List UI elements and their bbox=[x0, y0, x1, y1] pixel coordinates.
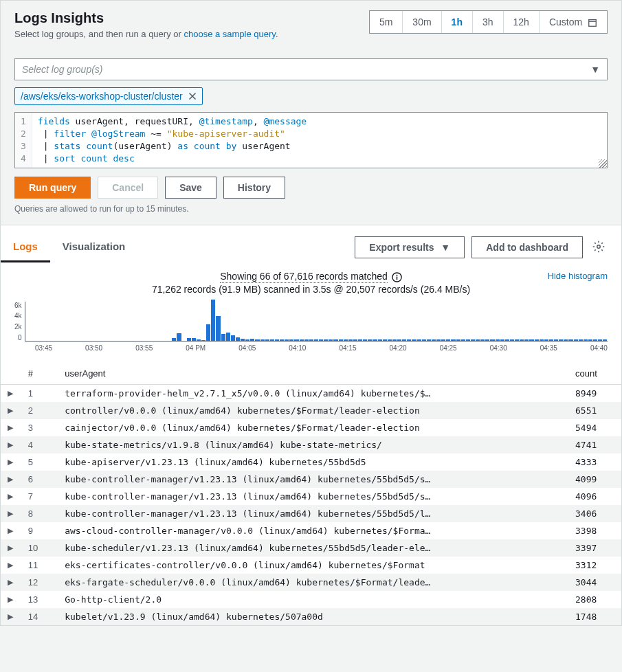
histogram-bar[interactable] bbox=[568, 339, 573, 341]
expand-row-icon[interactable]: ▶ bbox=[1, 471, 21, 488]
run-query-button[interactable]: Run query bbox=[14, 177, 91, 199]
time-range-5m[interactable]: 5m bbox=[370, 11, 403, 33]
histogram-bar[interactable] bbox=[549, 339, 553, 341]
histogram-bar[interactable] bbox=[417, 339, 421, 341]
histogram-bar[interactable] bbox=[496, 339, 500, 341]
histogram-bar[interactable] bbox=[471, 339, 475, 341]
histogram-bar[interactable] bbox=[412, 339, 416, 341]
histogram-bar[interactable] bbox=[275, 339, 279, 341]
table-row[interactable]: ▶14kubelet/v1.23.9 (linux/amd64) kuberne… bbox=[1, 608, 621, 625]
query-editor[interactable]: 1234 fields userAgent, requestURI, @time… bbox=[14, 112, 608, 168]
histogram-bar[interactable] bbox=[304, 339, 309, 341]
histogram-bar[interactable] bbox=[451, 339, 455, 341]
histogram-bar[interactable] bbox=[490, 339, 494, 341]
remove-chip-icon[interactable] bbox=[188, 92, 197, 100]
col-rownum[interactable]: # bbox=[21, 363, 58, 385]
histogram-bar[interactable] bbox=[294, 339, 298, 341]
histogram-bar[interactable] bbox=[510, 339, 514, 341]
hide-histogram-link[interactable]: Hide histogram bbox=[548, 271, 608, 281]
time-range-12h[interactable]: 12h bbox=[504, 11, 540, 33]
histogram-bar[interactable] bbox=[300, 339, 304, 341]
histogram-bar[interactable] bbox=[289, 339, 293, 341]
histogram-bar[interactable] bbox=[231, 335, 235, 341]
settings-button[interactable] bbox=[590, 238, 608, 258]
expand-row-icon[interactable]: ▶ bbox=[1, 384, 21, 402]
histogram-bar[interactable] bbox=[255, 339, 259, 341]
histogram-bar[interactable] bbox=[535, 339, 539, 341]
histogram-bar[interactable] bbox=[270, 339, 274, 341]
histogram-bar[interactable] bbox=[177, 333, 181, 341]
tab-logs[interactable]: Logs bbox=[1, 232, 50, 262]
histogram-bar[interactable] bbox=[515, 339, 519, 341]
histogram-bar[interactable] bbox=[598, 339, 602, 341]
histogram-bar[interactable] bbox=[378, 339, 382, 341]
expand-row-icon[interactable]: ▶ bbox=[1, 488, 21, 505]
table-row[interactable]: ▶2controller/v0.0.0 (linux/amd64) kubern… bbox=[1, 402, 621, 419]
col-useragent[interactable]: userAgent bbox=[58, 363, 568, 385]
sample-query-link[interactable]: choose a sample query bbox=[184, 29, 275, 39]
histogram-bar[interactable] bbox=[436, 339, 441, 341]
histogram-bar[interactable] bbox=[265, 339, 269, 341]
histogram-bar[interactable] bbox=[236, 337, 240, 341]
histogram-bar[interactable] bbox=[397, 339, 401, 341]
expand-row-icon[interactable]: ▶ bbox=[1, 591, 21, 608]
histogram-bar[interactable] bbox=[554, 339, 558, 341]
table-row[interactable]: ▶10kube-scheduler/v1.23.13 (linux/amd64)… bbox=[1, 539, 621, 557]
time-range-3h[interactable]: 3h bbox=[473, 11, 504, 33]
expand-row-icon[interactable]: ▶ bbox=[1, 574, 21, 591]
histogram-bar[interactable] bbox=[544, 339, 548, 341]
histogram-bar[interactable] bbox=[363, 339, 367, 341]
histogram-bar[interactable] bbox=[324, 339, 328, 341]
histogram-bar[interactable] bbox=[285, 339, 289, 341]
histogram-bar[interactable] bbox=[407, 339, 411, 341]
histogram-bar[interactable] bbox=[373, 339, 377, 341]
histogram-bar[interactable] bbox=[402, 339, 406, 341]
table-row[interactable]: ▶12eks-fargate-scheduler/v0.0.0 (linux/a… bbox=[1, 574, 621, 591]
histogram-bar[interactable] bbox=[172, 338, 176, 340]
table-row[interactable]: ▶4kube-state-metrics/v1.9.8 (linux/amd64… bbox=[1, 436, 621, 453]
histogram-bar[interactable] bbox=[383, 339, 387, 341]
histogram-bar[interactable] bbox=[245, 339, 249, 341]
histogram-bar[interactable] bbox=[221, 334, 225, 341]
tab-visualization[interactable]: Visualization bbox=[50, 232, 137, 262]
histogram-bar[interactable] bbox=[466, 339, 470, 341]
save-button[interactable]: Save bbox=[165, 177, 216, 199]
expand-row-icon[interactable]: ▶ bbox=[1, 453, 21, 471]
histogram-bar[interactable] bbox=[476, 339, 480, 341]
histogram-bar[interactable] bbox=[485, 339, 489, 341]
histogram-bar[interactable] bbox=[540, 339, 544, 341]
histogram-bar[interactable] bbox=[564, 339, 568, 341]
histogram-bar[interactable] bbox=[461, 339, 465, 341]
table-row[interactable]: ▶1terraform-provider-helm_v2.7.1_x5/v0.0… bbox=[1, 384, 621, 402]
histogram-bar[interactable] bbox=[500, 339, 504, 341]
histogram-bar[interactable] bbox=[559, 339, 563, 341]
expand-row-icon[interactable]: ▶ bbox=[1, 522, 21, 539]
histogram-bar[interactable] bbox=[309, 339, 313, 341]
histogram-bar[interactable] bbox=[344, 339, 348, 341]
add-to-dashboard-button[interactable]: Add to dashboard bbox=[471, 236, 583, 258]
expand-row-icon[interactable]: ▶ bbox=[1, 608, 21, 625]
histogram-bar[interactable] bbox=[333, 339, 337, 341]
expand-row-icon[interactable]: ▶ bbox=[1, 505, 21, 522]
histogram-bar[interactable] bbox=[358, 339, 362, 341]
histogram-bar[interactable] bbox=[226, 333, 230, 341]
expand-row-icon[interactable]: ▶ bbox=[1, 557, 21, 574]
histogram-bar[interactable] bbox=[441, 339, 445, 341]
bars-area[interactable] bbox=[25, 302, 608, 341]
histogram-bar[interactable] bbox=[524, 339, 529, 341]
histogram-bar[interactable] bbox=[353, 339, 357, 341]
time-range-custom[interactable]: Custom bbox=[540, 11, 607, 33]
histogram-bar[interactable] bbox=[505, 339, 509, 341]
histogram-bar[interactable] bbox=[314, 339, 318, 341]
histogram-bar[interactable] bbox=[368, 339, 372, 341]
histogram-bar[interactable] bbox=[187, 338, 191, 340]
export-results-button[interactable]: Export results ▼ bbox=[355, 236, 465, 258]
histogram-bar[interactable] bbox=[319, 339, 323, 341]
info-icon[interactable] bbox=[392, 272, 402, 282]
histogram-bar[interactable] bbox=[192, 338, 196, 341]
code-area[interactable]: fields userAgent, requestURI, @timestamp… bbox=[32, 113, 607, 168]
table-row[interactable]: ▶3cainjector/v0.0.0 (linux/amd64) kubern… bbox=[1, 419, 621, 436]
table-row[interactable]: ▶11eks-certificates-controller/v0.0.0 (l… bbox=[1, 557, 621, 574]
expand-row-icon[interactable]: ▶ bbox=[1, 436, 21, 453]
histogram-bar[interactable] bbox=[588, 339, 592, 341]
